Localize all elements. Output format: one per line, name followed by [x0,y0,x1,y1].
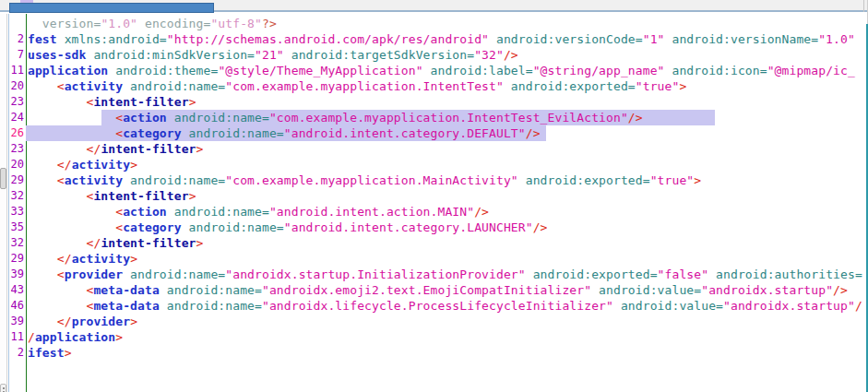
gutter-line-number[interactable]: 32 [9,235,24,251]
syntax-token-s: "32" [474,48,504,62]
syntax-token-s: "true" [650,173,695,187]
code-line[interactable]: <activity android:name="com.example.myap… [28,172,865,188]
syntax-token-s: "com.example.myapplication.MainActivity" [225,173,517,187]
code-line[interactable]: </intent-filter> [28,141,865,157]
syntax-token-t: provider [72,315,131,328]
syntax-token-t: provider [65,267,124,281]
syntax-token-t: activity [72,158,131,172]
syntax-token-t: uses-sdk [28,48,87,62]
gutter-line-number[interactable]: 39 [9,314,24,329]
splitter-grip-handle[interactable] [0,384,6,392]
syntax-token-s: "@mipmap/ic_ [767,64,855,77]
syntax-token-s: "androidx.startup" [723,299,855,313]
gutter-line-number[interactable]: 33 [9,204,24,220]
gutter: 271120232426232029323335322939434639112 [9,16,24,361]
syntax-token-b: > [130,315,137,328]
syntax-token-b: < [115,126,123,140]
syntax-token-b: /> [833,283,848,297]
syntax-token-a: android:label= [423,64,533,77]
code-line[interactable]: </provider> [28,314,865,329]
syntax-token-t: action [123,111,167,125]
code-line[interactable]: <action android:name="android.intent.act… [28,204,865,220]
scrollbar-track-endcap [863,0,864,12]
code-line[interactable]: ifest> [28,345,865,361]
syntax-token-b: / [855,299,862,313]
code-line[interactable]: /application> [28,329,865,345]
syntax-token-t: ifest [28,346,65,360]
code-line[interactable]: <activity android:name="com.example.myap… [28,78,865,94]
syntax-token-a: xmlns:android= [57,32,167,46]
gutter-line-number[interactable]: 39 [9,267,24,282]
syntax-token-t: category [123,126,182,140]
gutter-line-number[interactable]: 26 [9,125,24,141]
code-line[interactable]: </intent-filter> [28,235,865,251]
syntax-token-u: intent-filter [93,95,188,109]
gutter-line-number[interactable] [9,16,24,31]
gutter-line-number[interactable]: 35 [9,220,24,235]
gutter-line-number[interactable]: 29 [9,172,24,188]
left-scrollbar-track [0,14,7,392]
code-line[interactable]: <category android:name="android.intent.c… [28,220,865,235]
syntax-token-a: android:exported= [518,173,650,187]
syntax-token-t: action [123,205,167,219]
gutter-line-number[interactable]: 24 [9,110,24,125]
code-line[interactable]: <category android:name="android.intent.c… [28,125,865,141]
syntax-token-s: "com.example.myapplication.IntentTest" [225,79,504,93]
code-line[interactable]: <action android:name="com.example.myappl… [28,110,865,125]
syntax-token-b: > [65,346,72,360]
horizontal-scrollbar-thumb[interactable] [9,3,214,13]
syntax-token-s: "android.intent.action.MAIN" [269,205,474,219]
code-line[interactable]: <meta-data android:name="androidx.lifecy… [28,298,865,314]
code-line[interactable]: application android:theme="@style/Theme_… [28,63,865,78]
gutter-line-number[interactable]: 23 [9,141,24,157]
code-line[interactable]: <meta-data android:name="androidx.emoji2… [28,282,865,298]
gutter-line-number[interactable]: 2 [9,345,24,361]
horizontal-scrollbar [0,0,868,12]
syntax-token-xa: version= [28,17,101,30]
syntax-token-a: android:name= [123,267,225,281]
syntax-token-p [28,173,57,187]
gutter-line-number[interactable]: 20 [9,78,24,94]
syntax-token-p [28,189,87,203]
gutter-line-number[interactable]: 29 [9,251,24,267]
code-line[interactable]: </activity> [28,251,865,267]
syntax-token-t: meta-data [93,299,159,313]
code-line[interactable]: fest xmlns:android="http://schemas.andro… [28,31,865,47]
code-line[interactable]: uses-sdk android:minSdkVersion="21" andr… [28,47,865,63]
syntax-token-a: android:name= [160,283,262,297]
syntax-token-p [28,158,57,172]
code-line[interactable]: <provider android:name="androidx.startup… [28,267,865,282]
syntax-token-b: </ [87,142,101,156]
syntax-token-s: "1.0" [818,32,855,46]
syntax-token-p [28,252,57,266]
gutter-line-number[interactable]: 11 [9,329,24,345]
syntax-token-a: android:versionName= [665,32,819,46]
left-scrollbar-thumb[interactable] [0,168,6,189]
syntax-token-p [28,126,115,140]
syntax-token-s: "1" [643,32,665,46]
syntax-token-s: "androidx.lifecycle.ProcessLifecycleInit… [262,299,613,313]
syntax-token-s: "com.example.myapplication.IntentTest_Ev… [269,111,628,125]
syntax-token-t: activity [65,173,124,187]
syntax-token-a: android:exported= [504,79,636,93]
gutter-line-number[interactable]: 11 [9,63,24,78]
syntax-token-a: android:name= [182,126,284,140]
gutter-line-number[interactable]: 23 [9,94,24,110]
gutter-line-number[interactable]: 20 [9,157,24,172]
code-line[interactable]: </activity> [28,157,865,172]
syntax-token-t: fest [28,32,57,46]
syntax-token-s: "androidx.startup" [701,283,833,297]
syntax-token-b: </ [57,315,72,328]
code-line[interactable]: <intent-filter> [28,188,865,204]
gutter-line-number[interactable]: 43 [9,282,24,298]
syntax-token-a: android:value= [613,299,723,313]
gutter-line-number[interactable]: 2 [9,31,24,47]
gutter-line-number[interactable]: 32 [9,188,24,204]
gutter-line-number[interactable]: 7 [9,47,24,63]
syntax-token-p [28,267,57,281]
code-line[interactable]: <intent-filter> [28,94,865,110]
gutter-line-number[interactable]: 46 [9,298,24,314]
code-line[interactable]: version="1.0" encoding="utf-8"?> [28,16,865,31]
syntax-token-p [28,299,87,313]
syntax-token-u: intent-filter [101,236,196,250]
